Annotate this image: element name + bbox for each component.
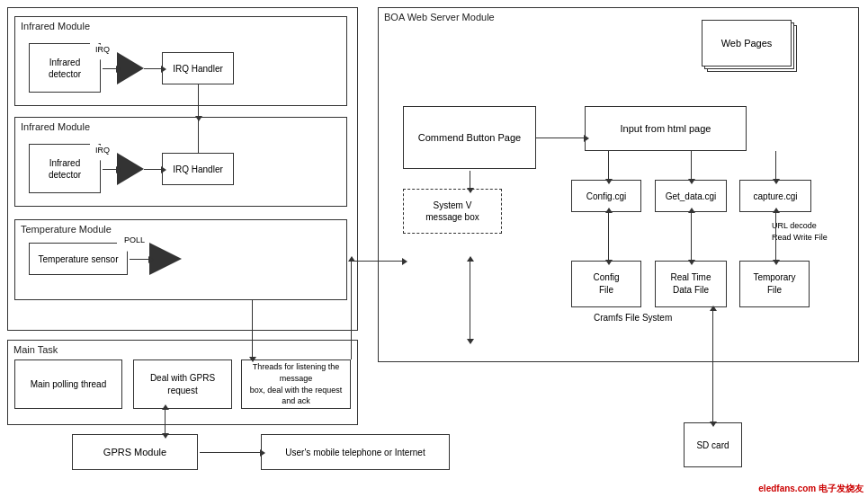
arrow-gprs-mobile xyxy=(200,452,261,453)
web-pages-label: Web Pages xyxy=(721,38,773,49)
main-task-label: Main Task xyxy=(13,344,58,355)
watermark: eledfans.com 电子发烧友 xyxy=(758,483,864,495)
realtime-file: Real TimeData File xyxy=(655,261,727,307)
temperature-module-label: Temperature Module xyxy=(21,224,112,235)
arrow-input-capture xyxy=(775,151,776,180)
poll-label: POLL xyxy=(124,235,145,244)
commend-button-page: Commend Button Page xyxy=(403,106,536,169)
arrow-config-file-double xyxy=(608,212,609,261)
temperature-sensor-label: Temperature sensor xyxy=(39,254,119,264)
arrow-maintask-gprs xyxy=(165,409,166,434)
arrow-sensor-poll xyxy=(130,259,149,260)
realtime-file-label: Real TimeData File xyxy=(670,271,711,297)
poll-triangle: POLL xyxy=(149,243,182,275)
config-cgi-label: Config.cgi xyxy=(586,191,626,201)
config-file: ConfigFile xyxy=(571,261,641,307)
arrow-threads-up xyxy=(351,261,352,359)
system-v-label: System Vmessage box xyxy=(425,200,479,223)
arrow-irq1-handler1 xyxy=(144,68,162,69)
arrow-getdata-file-double xyxy=(691,212,692,261)
irq-2-label: IRQ xyxy=(95,146,110,155)
arrow-sd-cramfs xyxy=(712,310,713,422)
sd-card: SD card xyxy=(684,422,742,467)
infrared-module-2-label: Infrared Module xyxy=(21,121,90,132)
config-file-label: ConfigFile xyxy=(594,271,620,297)
deal-gprs: Deal with GPRS request xyxy=(133,359,232,409)
irq-handler-1-label: IRQ Handler xyxy=(173,64,223,74)
user-mobile-label: User's mobile telephone or Internet xyxy=(285,448,425,457)
commend-button-label: Commend Button Page xyxy=(418,132,521,143)
threads-label: Threads for listening the messagebox, de… xyxy=(242,361,350,406)
user-mobile: User's mobile telephone or Internet xyxy=(261,434,450,470)
gprs-module-label: GPRS Module xyxy=(103,447,166,457)
irq-1-label: IRQ xyxy=(95,45,110,54)
system-v-message: System Vmessage box xyxy=(403,189,502,234)
arrow-input-config xyxy=(608,151,609,180)
boa-server-label: BOA Web Server Module xyxy=(384,12,495,22)
irq-handler-1: IRQ Handler xyxy=(162,52,234,84)
get-data-cgi-label: Get_data.cgi xyxy=(666,191,717,201)
irq-handler-2-label: IRQ Handler xyxy=(173,164,223,174)
line-connect-handlers xyxy=(198,86,199,153)
main-polling-label: Main polling thread xyxy=(31,378,107,391)
url-decode-label: URL decodeRead Write File xyxy=(772,220,828,243)
temporary-file: TemporaryFile xyxy=(739,261,810,307)
capture-cgi-label: capture.cgi xyxy=(754,191,798,201)
arrow-modules-maintask xyxy=(252,300,253,358)
temperature-sensor: Temperature sensor xyxy=(29,243,128,275)
main-polling-thread: Main polling thread xyxy=(14,359,122,409)
arrow-input-getdata xyxy=(691,151,692,180)
sd-card-label: SD card xyxy=(696,440,729,450)
cramfs-label: Cramfs File System xyxy=(594,313,672,323)
arrow-commend-right xyxy=(536,138,585,138)
arrow-irq2-handler2 xyxy=(144,169,162,170)
arrow-commend-double xyxy=(470,261,470,340)
arrow-left-to-boa xyxy=(351,261,403,262)
infrared-detector-1-label: Infrareddetector xyxy=(49,57,81,80)
infrared-module-1-label: Infrared Module xyxy=(21,21,90,31)
gprs-module: GPRS Module xyxy=(72,434,198,470)
infrared-detector-2-label: Infrareddetector xyxy=(49,157,81,181)
irq-handler-2: IRQ Handler xyxy=(162,153,234,185)
arrow-commend-systemv xyxy=(470,171,470,189)
arrow-capture-file-double xyxy=(775,212,776,261)
threads-box: Threads for listening the messagebox, de… xyxy=(241,359,351,409)
input-html-page: Input from html page xyxy=(585,106,747,151)
temporary-file-label: TemporaryFile xyxy=(753,271,795,297)
input-html-label: Input from html page xyxy=(621,123,711,134)
arrow-det2-irq2 xyxy=(103,169,117,170)
deal-gprs-label: Deal with GPRS request xyxy=(134,372,231,397)
arrow-det1-irq1 xyxy=(103,68,117,69)
